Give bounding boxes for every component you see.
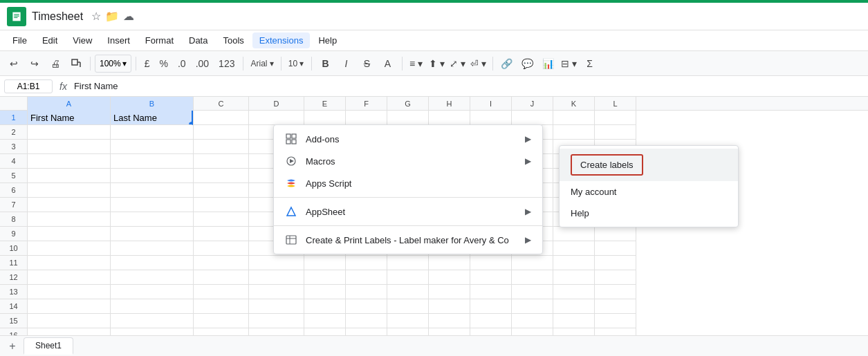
submenu-create-labels[interactable]: Create labels: [560, 149, 738, 181]
cell-a1[interactable]: First Name: [28, 111, 110, 125]
cell-c6[interactable]: [194, 183, 248, 198]
star-icon[interactable]: ☆: [91, 10, 101, 23]
cell-c1[interactable]: [194, 111, 248, 125]
font-family-button[interactable]: Arial ▾: [248, 54, 276, 73]
cell-c9[interactable]: [194, 227, 248, 241]
cell-b12[interactable]: [111, 270, 193, 285]
cell-b2[interactable]: [111, 125, 193, 140]
italic-button[interactable]: I: [337, 54, 356, 73]
cell-a6[interactable]: [28, 183, 110, 198]
row-num-4[interactable]: 4: [0, 154, 27, 169]
cell-a8[interactable]: [28, 212, 110, 227]
cell-c3[interactable]: [194, 140, 248, 154]
menu-extensions[interactable]: Extensions: [252, 32, 311, 48]
menu-apps-script[interactable]: Apps Script: [274, 172, 542, 194]
menu-file[interactable]: File: [6, 32, 34, 48]
wrap-button[interactable]: ⏎ ▾: [469, 54, 488, 73]
cell-b8[interactable]: [111, 212, 193, 227]
cell-c11[interactable]: [194, 256, 248, 270]
col-header-j[interactable]: J: [512, 97, 553, 111]
menu-data[interactable]: Data: [182, 32, 214, 48]
col-header-b[interactable]: B: [111, 97, 194, 111]
formula-content[interactable]: First Name: [74, 81, 118, 91]
row-num-12[interactable]: 12: [0, 270, 27, 285]
percent-button[interactable]: %: [156, 54, 172, 73]
row-num-14[interactable]: 14: [0, 299, 27, 314]
decimal-decrease-button[interactable]: .0: [174, 54, 190, 73]
row-num-7[interactable]: 7: [0, 198, 27, 212]
col-header-d[interactable]: D: [249, 97, 304, 111]
cell-b13[interactable]: [111, 285, 193, 299]
function-button[interactable]: Σ: [580, 54, 600, 73]
valign-button[interactable]: ⬆ ▾: [427, 54, 447, 73]
cell-a13[interactable]: [28, 285, 110, 299]
add-sheet-button[interactable]: +: [4, 338, 21, 355]
submenu-help[interactable]: Help: [560, 203, 738, 224]
cell-c4[interactable]: [194, 154, 248, 169]
paint-format-button[interactable]: [66, 54, 86, 73]
zoom-selector[interactable]: 100% ▾: [95, 55, 131, 73]
row-num-3[interactable]: 3: [0, 140, 27, 154]
col-header-a[interactable]: A: [28, 97, 111, 111]
chart-button[interactable]: 📊: [539, 54, 558, 73]
cell-b14[interactable]: [111, 299, 193, 314]
col-header-l[interactable]: L: [595, 97, 636, 111]
row-num-6[interactable]: 6: [0, 183, 27, 198]
menu-tools[interactable]: Tools: [216, 32, 250, 48]
cell-c12[interactable]: [194, 270, 248, 285]
cell-a2[interactable]: [28, 125, 110, 140]
cloud-icon[interactable]: ☁: [123, 10, 134, 23]
cell-a7[interactable]: [28, 198, 110, 212]
col-header-i[interactable]: I: [470, 97, 512, 111]
menu-format[interactable]: Format: [138, 32, 181, 48]
redo-button[interactable]: ↪: [25, 54, 44, 73]
undo-button[interactable]: ↩: [4, 54, 24, 73]
row-num-9[interactable]: 9: [0, 227, 27, 241]
number-format-button[interactable]: 123: [214, 54, 239, 73]
cell-c2[interactable]: [194, 125, 248, 140]
cell-b4[interactable]: [111, 154, 193, 169]
menu-addons[interactable]: Add-ons ▶: [274, 128, 542, 150]
cell-c8[interactable]: [194, 212, 248, 227]
font-size-button[interactable]: 10 ▾: [286, 54, 307, 73]
align-button[interactable]: ≡ ▾: [407, 54, 426, 73]
filter-button[interactable]: ⊟ ▾: [560, 54, 579, 73]
row-num-8[interactable]: 8: [0, 212, 27, 227]
menu-insert[interactable]: Insert: [100, 32, 137, 48]
menu-view[interactable]: View: [66, 32, 99, 48]
folder-icon[interactable]: 📁: [105, 10, 119, 23]
sheet-tab-sheet1[interactable]: Sheet1: [24, 337, 73, 355]
row-num-1[interactable]: 1: [0, 111, 27, 125]
row-num-10[interactable]: 10: [0, 241, 27, 256]
cell-c15[interactable]: [194, 314, 248, 328]
text-rotate-button[interactable]: ⤢ ▾: [448, 54, 468, 73]
cell-d1[interactable]: [249, 111, 304, 125]
text-color-button[interactable]: A: [378, 54, 398, 73]
strikethrough-button[interactable]: S: [358, 54, 377, 73]
row-num-11[interactable]: 11: [0, 256, 27, 270]
row-num-5[interactable]: 5: [0, 169, 27, 183]
insert-comment-button[interactable]: 💬: [518, 54, 537, 73]
cell-a3[interactable]: [28, 140, 110, 154]
cell-a11[interactable]: [28, 256, 110, 270]
row-num-13[interactable]: 13: [0, 285, 27, 299]
cell-a4[interactable]: [28, 154, 110, 169]
menu-macros[interactable]: Macros ▶: [274, 150, 542, 172]
cell-a12[interactable]: [28, 270, 110, 285]
col-header-c[interactable]: C: [194, 97, 249, 111]
cell-a14[interactable]: [28, 299, 110, 314]
menu-labels[interactable]: Create & Print Labels - Label maker for …: [274, 229, 542, 251]
link-button[interactable]: 🔗: [497, 54, 517, 73]
col-header-f[interactable]: F: [346, 97, 387, 111]
menu-appsheet[interactable]: AppSheet ▶: [274, 200, 542, 223]
cell-a5[interactable]: [28, 169, 110, 183]
cell-b7[interactable]: [111, 198, 193, 212]
decimal-increase-button[interactable]: .00: [192, 54, 213, 73]
cell-b1[interactable]: Last Name: [111, 111, 193, 125]
cell-b5[interactable]: [111, 169, 193, 183]
cell-a15[interactable]: [28, 314, 110, 328]
col-header-g[interactable]: G: [387, 97, 429, 111]
cell-b9[interactable]: [111, 227, 193, 241]
print-button[interactable]: 🖨: [46, 54, 65, 73]
col-header-h[interactable]: H: [429, 97, 470, 111]
